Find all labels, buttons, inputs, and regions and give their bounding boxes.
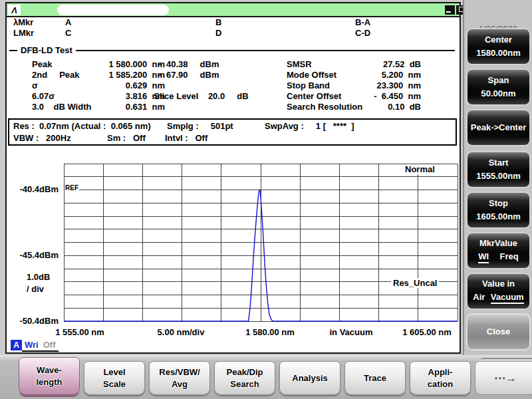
sm-setting: Sm : Off bbox=[107, 133, 146, 143]
x-axis-vacuum-label: in Vacuum bbox=[329, 327, 372, 337]
fkey-label: Avg bbox=[150, 378, 209, 390]
y-axis-bottom-label: -50.4dBm bbox=[7, 316, 59, 326]
start-value: 1555.00nm bbox=[467, 172, 529, 181]
arrow-icon: ⋯→ bbox=[475, 372, 532, 384]
marker-b-label: B bbox=[215, 17, 221, 27]
analyzer-window: Λ λMkr A B B-A LMkr C D C-D DFB-LD Test … bbox=[5, 2, 461, 354]
air-option[interactable]: Air bbox=[473, 293, 485, 304]
marker-ba-label: B-A bbox=[355, 17, 370, 27]
y-axis-mid-label: -45.4dBm bbox=[7, 250, 59, 260]
fkey-label: Wave- bbox=[19, 364, 79, 376]
result-label: Peak bbox=[32, 59, 52, 69]
lambda-marker-label: λMkr bbox=[13, 17, 33, 27]
y-scale-label: 1.0dB bbox=[27, 272, 50, 282]
peak-to-center-button[interactable]: Peak->Center bbox=[466, 109, 531, 146]
trace-status: A Wri Off bbox=[11, 340, 59, 352]
x-axis-center-label: 1 580.00 nm bbox=[245, 327, 295, 337]
result-value: 0.631 nm bbox=[73, 102, 165, 112]
title-bar: Λ bbox=[7, 3, 460, 17]
vbw-setting: VBW : 200Hz bbox=[13, 133, 71, 143]
marker-d-label: D bbox=[215, 28, 221, 38]
brand-logo-icon: Λ bbox=[8, 5, 21, 15]
result-value: 0.10 dB bbox=[326, 102, 421, 112]
frequency-option[interactable]: Freq bbox=[500, 252, 519, 263]
swpavg-setting: SwpAvg : 1 [ **** ] bbox=[265, 121, 354, 131]
intvl-setting: Intvl : Off bbox=[165, 133, 207, 143]
fkey-res-vbw-avg[interactable]: Res/VBW/ Avg bbox=[149, 361, 210, 395]
span-label: Span bbox=[467, 76, 529, 85]
marker-value-button[interactable]: MkrValue Wl Freq bbox=[466, 232, 531, 269]
fkey-label: Scale bbox=[84, 378, 144, 390]
y-scale-div-label: / div bbox=[27, 284, 44, 294]
result-label: 2nd Peak bbox=[32, 70, 80, 80]
ref-level-annotation: REF bbox=[65, 184, 79, 192]
smplg-setting: Smplg : 501pt bbox=[167, 121, 233, 131]
fkey-trace[interactable]: Trace bbox=[344, 361, 406, 395]
stop-button[interactable]: Stop 1605.00nm bbox=[466, 192, 531, 229]
fkey-label: Appli- bbox=[410, 366, 470, 378]
sweep-settings-box: Res : 0.07nm (Actual : 0.065 nm) Smplg :… bbox=[8, 118, 457, 146]
result-extra: Slice Level 20.0 dB bbox=[149, 91, 275, 101]
y-axis-ref-label: -40.4dBm bbox=[7, 184, 59, 194]
stop-value: 1605.00nm bbox=[467, 212, 529, 221]
trace-mode-annotation: Normal bbox=[403, 164, 437, 174]
redacted-title-area bbox=[57, 5, 169, 15]
result-label: Stop Band bbox=[287, 80, 330, 90]
section-divider: DFB-LD Test bbox=[9, 50, 455, 51]
marker-c-label: C bbox=[65, 28, 71, 38]
x-axis-start-label: 1 555.00 nm bbox=[55, 327, 104, 337]
trace-a-badge: A bbox=[11, 340, 22, 350]
result-extra: - 40.38 dBm bbox=[149, 59, 275, 69]
start-label: Start bbox=[467, 158, 529, 168]
fkey-level-scale[interactable]: Level Scale bbox=[84, 361, 145, 395]
fkey-label: length bbox=[19, 376, 79, 388]
spectrum-chart bbox=[63, 163, 458, 322]
marker-cd-label: C-D bbox=[355, 28, 370, 38]
fkey-more-arrow[interactable]: ⋯→ bbox=[475, 361, 532, 395]
result-value: 5.200 nm bbox=[326, 70, 421, 80]
center-value: 1580.00nm bbox=[467, 49, 529, 58]
center-label: Center bbox=[467, 35, 529, 45]
fkey-label: Res/VBW/ bbox=[150, 366, 209, 378]
close-label: Close bbox=[467, 327, 529, 336]
fkey-label: Peak/Dip bbox=[215, 366, 275, 378]
stop-label: Stop bbox=[467, 199, 529, 208]
start-button[interactable]: Start 1555.00nm bbox=[466, 151, 531, 188]
trace-off-state: Off bbox=[43, 340, 56, 350]
result-value: 23.300 nm bbox=[326, 80, 421, 90]
section-title: DFB-LD Test bbox=[17, 45, 76, 55]
fkey-label: Search bbox=[215, 378, 275, 390]
res-uncal-annotation: Res_Uncal bbox=[391, 278, 439, 288]
center-button[interactable]: Center 1580.00nm bbox=[466, 28, 531, 65]
result-value: 27.52 dB bbox=[326, 59, 421, 69]
fkey-label: Analysis bbox=[280, 372, 340, 384]
function-key-bar: Wave- length Level Scale Res/VBW/ Avg Pe… bbox=[0, 355, 532, 399]
span-value: 50.00nm bbox=[467, 89, 529, 98]
fkey-label: cation bbox=[410, 378, 470, 390]
span-button[interactable]: Span 50.00nm bbox=[466, 68, 531, 106]
marker-a-label: A bbox=[65, 17, 71, 27]
fkey-application[interactable]: Appli- cation bbox=[410, 361, 471, 395]
peak-to-center-label: Peak->Center bbox=[467, 123, 529, 132]
result-label: SMSR bbox=[287, 59, 312, 69]
fkey-analysis[interactable]: Analysis bbox=[279, 361, 340, 395]
res-setting: Res : 0.07nm (Actual : 0.065 nm) bbox=[13, 121, 151, 131]
result-value: - 6.450 nm bbox=[326, 91, 421, 101]
result-value: 0.629 nm bbox=[73, 80, 165, 90]
vacuum-option[interactable]: Vacuum bbox=[491, 293, 524, 304]
result-label: σ bbox=[32, 80, 38, 90]
fkey-label: Trace bbox=[345, 372, 405, 384]
fkey-wavelength[interactable]: Wave- length bbox=[19, 357, 80, 395]
trace-write-mode: Wri bbox=[25, 340, 39, 350]
fkey-label: Level bbox=[84, 366, 144, 378]
marker-value-label: MkrValue bbox=[467, 239, 529, 248]
x-axis-stop-label: 1 605.00 nm bbox=[402, 327, 452, 337]
value-in-button[interactable]: Value in Air Vacuum bbox=[466, 273, 531, 310]
fkey-peak-dip-search[interactable]: Peak/Dip Search bbox=[214, 361, 275, 395]
value-in-label: Value in bbox=[467, 279, 529, 289]
result-label: 6.07σ bbox=[32, 91, 55, 101]
result-extra: - 67.90 dBm bbox=[149, 70, 275, 80]
minimize-icon[interactable] bbox=[445, 5, 455, 15]
wavelength-option[interactable]: Wl bbox=[478, 252, 489, 263]
close-button[interactable]: Close bbox=[466, 313, 531, 350]
